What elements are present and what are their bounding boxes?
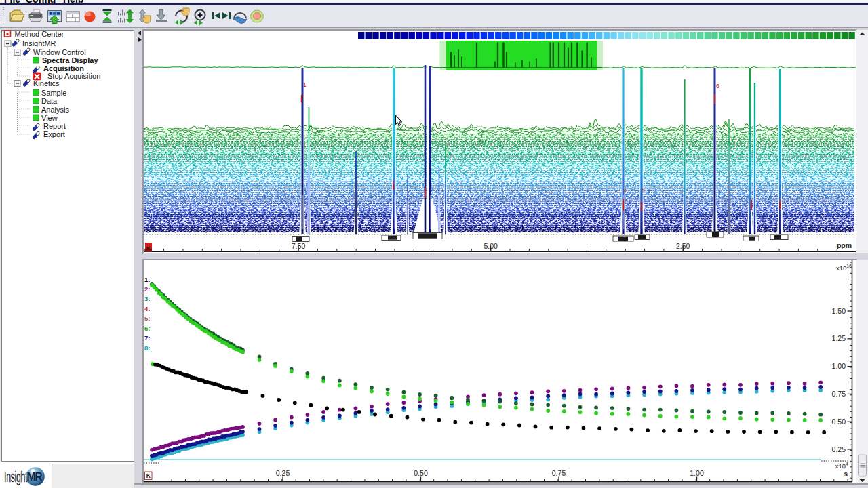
svg-text:1.25: 1.25 <box>832 334 846 342</box>
svg-text:s: s <box>844 470 848 478</box>
svg-text:0.25: 0.25 <box>832 445 846 453</box>
svg-text:0.50: 0.50 <box>832 418 846 426</box>
svg-text:0.75: 0.75 <box>552 469 566 477</box>
svg-text:0.50: 0.50 <box>414 469 428 477</box>
svg-text:K: K <box>146 472 151 479</box>
svg-text:1.00: 1.00 <box>690 469 704 477</box>
svg-text:3:: 3: <box>144 295 150 302</box>
svg-text:2:: 2: <box>144 285 150 293</box>
svg-text:8:: 8: <box>144 344 150 352</box>
svg-text:4:: 4: <box>144 305 150 312</box>
svg-text:x104: x104 <box>835 462 848 470</box>
svg-text:7:: 7: <box>144 334 150 342</box>
svg-text:5:: 5: <box>144 314 150 322</box>
svg-text:1.50: 1.50 <box>832 307 846 315</box>
svg-text:0.75: 0.75 <box>832 390 846 398</box>
svg-text:1:: 1: <box>144 276 150 283</box>
svg-text:1.00: 1.00 <box>832 362 846 370</box>
svg-text:6:: 6: <box>144 325 150 332</box>
svg-text:0.25: 0.25 <box>276 469 290 477</box>
svg-text:x1016: x1016 <box>836 264 852 272</box>
